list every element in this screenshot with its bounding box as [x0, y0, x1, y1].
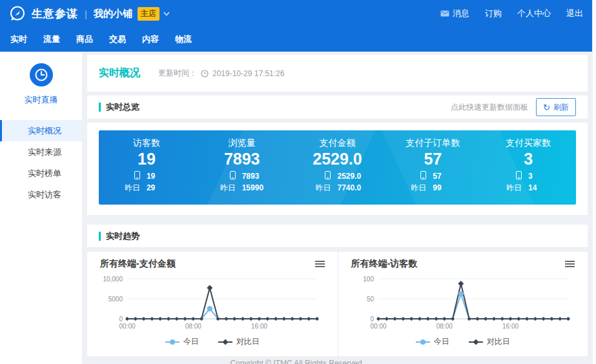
nav-item-logistics[interactable]: 物流	[175, 34, 192, 45]
svg-text:0: 0	[370, 316, 374, 323]
stat-yesterday-label: 昨日	[500, 183, 522, 194]
shop-name: 我的小铺	[94, 8, 132, 20]
trend-section-header: 实时趋势	[87, 225, 588, 247]
trend-section-title: 实时趋势	[106, 230, 139, 242]
svg-text:10,000: 10,000	[103, 276, 123, 283]
chart-title-visitors: 所有终端-访客数	[351, 258, 418, 270]
chart-panel-visitors: 所有终端-访客数 05010000:0008:0016:00 今日 对比日	[338, 252, 588, 356]
sidebar-item-visitors[interactable]: 实时访客	[0, 184, 82, 205]
stat-yesterday-value: 7740.0	[337, 183, 365, 194]
legend-item-today[interactable]: 今日	[165, 336, 199, 347]
stat-title: 访客数	[99, 137, 194, 149]
primary-nav: 实时 流量 商品 交易 内容 物流	[0, 27, 592, 52]
sidebar-section-header: 实时直播	[0, 53, 82, 106]
svg-text:00:00: 00:00	[370, 323, 386, 330]
mobile-phone-icon	[309, 171, 331, 183]
svg-text:16:00: 16:00	[251, 323, 267, 330]
legend-item-today[interactable]: 今日	[416, 336, 449, 347]
sidebar: 实时直播 实时概况 实时来源 实时榜单 实时访客	[0, 53, 82, 364]
stat-value: 2529.0	[290, 150, 385, 168]
legend-item-compare[interactable]: 对比日	[469, 336, 510, 347]
nav-item-trade[interactable]: 交易	[109, 34, 126, 45]
stat-value: 19	[99, 150, 194, 168]
stat-value: 57	[385, 150, 480, 168]
brand-name: 生意参谋	[32, 6, 78, 21]
overview-section-header: 实时总览 点此快速更新数据面板 ↻ 刷新	[87, 96, 588, 119]
stat-block: 支付子订单数5757昨日99	[385, 130, 480, 205]
svg-text:00:00: 00:00	[119, 323, 135, 330]
page-title: 实时概况	[99, 66, 140, 80]
stat-block: 访客数1919昨日29	[99, 130, 194, 205]
chevron-down-icon[interactable]	[163, 12, 170, 16]
mail-icon	[440, 10, 449, 17]
svg-text:16:00: 16:00	[502, 323, 519, 330]
stat-yesterday-value: 14	[528, 183, 557, 194]
mobile-phone-icon	[214, 171, 236, 183]
stat-block: 支付金额2529.02529.0昨日7740.0	[290, 130, 385, 205]
stat-yesterday-value: 99	[433, 183, 461, 194]
header-top-row: 生意参谋 | 我的小铺 主店 消息 订购 个人中心 退出	[0, 0, 592, 27]
stat-mobile-value: 7893	[242, 171, 271, 183]
overview-section-title: 实时总览	[106, 101, 139, 113]
chart-legend: 今日 对比日	[98, 336, 327, 347]
overview-stats-card: 访客数1919昨日29浏览量78937893昨日15990支付金额2529.02…	[87, 123, 588, 215]
header-item-subscribe[interactable]: 订购	[485, 8, 502, 19]
sidebar-item-overview[interactable]: 实时概况	[0, 120, 82, 141]
mobile-phone-icon	[404, 171, 426, 183]
page-header-card: 实时概况 更新时间： 2019-10-29 17:51:26	[87, 55, 588, 92]
svg-text:100: 100	[363, 276, 374, 283]
svg-text:08:00: 08:00	[185, 323, 201, 330]
line-chart-payment: 0500010,00000:0008:0016:00	[98, 271, 327, 336]
legend-item-compare[interactable]: 对比日	[218, 336, 260, 347]
chart-panel-payment: 所有终端-支付金额 0500010,00000:0008:0016:00 今日 …	[87, 252, 338, 356]
stat-block: 支付买家数33昨日14	[480, 130, 576, 205]
stat-title: 支付买家数	[480, 137, 576, 149]
stat-value: 3	[480, 150, 576, 168]
stat-yesterday-label: 昨日	[118, 183, 140, 194]
stat-yesterday-label: 昨日	[309, 183, 331, 194]
section-accent-bar	[99, 232, 101, 241]
stat-mobile-value: 3	[528, 171, 557, 183]
stats-band: 访客数1919昨日29浏览量78937893昨日15990支付金额2529.02…	[99, 130, 576, 205]
svg-text:5000: 5000	[108, 296, 123, 303]
header-right-menu: 消息 订购 个人中心 退出	[440, 8, 583, 19]
stat-value: 7893	[194, 150, 290, 168]
clock-icon	[30, 63, 53, 86]
stat-mobile-value: 2529.0	[337, 171, 365, 183]
refresh-button[interactable]: ↻ 刷新	[536, 98, 576, 116]
chart-legend: 今日 对比日	[349, 336, 578, 347]
page-scrollbar[interactable]	[592, 0, 596, 364]
mobile-phone-icon	[500, 171, 522, 183]
chart-menu-icon[interactable]	[565, 258, 575, 270]
update-time-label: 更新时间：	[158, 68, 197, 79]
header-item-logout[interactable]: 退出	[566, 8, 583, 19]
chart-menu-icon[interactable]	[315, 258, 325, 270]
update-time-row: 更新时间： 2019-10-29 17:51:26	[158, 68, 284, 79]
stat-title: 浏览量	[194, 137, 290, 149]
update-time-value: 2019-10-29 17:51:26	[212, 69, 284, 78]
header-item-messages[interactable]: 消息	[440, 8, 469, 19]
trend-charts-card: 所有终端-支付金额 0500010,00000:0008:0016:00 今日 …	[87, 252, 588, 356]
stat-block: 浏览量78937893昨日15990	[194, 130, 290, 205]
nav-item-traffic[interactable]: 流量	[43, 34, 60, 45]
sidebar-menu: 实时概况 实时来源 实时榜单 实时访客	[0, 120, 82, 205]
clock-small-icon	[201, 70, 209, 77]
app-header: 生意参谋 | 我的小铺 主店 消息 订购 个人中心 退出	[0, 0, 592, 52]
section-accent-bar	[99, 103, 101, 112]
sidebar-item-rankings[interactable]: 实时榜单	[0, 163, 82, 184]
header-item-profile[interactable]: 个人中心	[517, 8, 551, 19]
today-marker-icon	[165, 339, 180, 345]
nav-item-goods[interactable]: 商品	[76, 34, 93, 45]
mobile-phone-icon	[118, 171, 140, 183]
stat-yesterday-label: 昨日	[404, 183, 426, 194]
shop-badge[interactable]: 主店	[138, 7, 159, 21]
svg-text:08:00: 08:00	[436, 323, 452, 330]
stat-title: 支付子订单数	[385, 137, 480, 149]
refresh-icon: ↻	[543, 103, 550, 112]
nav-item-realtime[interactable]: 实时	[10, 34, 27, 45]
brand-separator: |	[85, 8, 87, 19]
nav-item-content[interactable]: 内容	[142, 34, 159, 45]
svg-text:0: 0	[119, 316, 123, 323]
sidebar-item-sources[interactable]: 实时来源	[0, 141, 82, 163]
compare-marker-icon	[218, 339, 232, 345]
